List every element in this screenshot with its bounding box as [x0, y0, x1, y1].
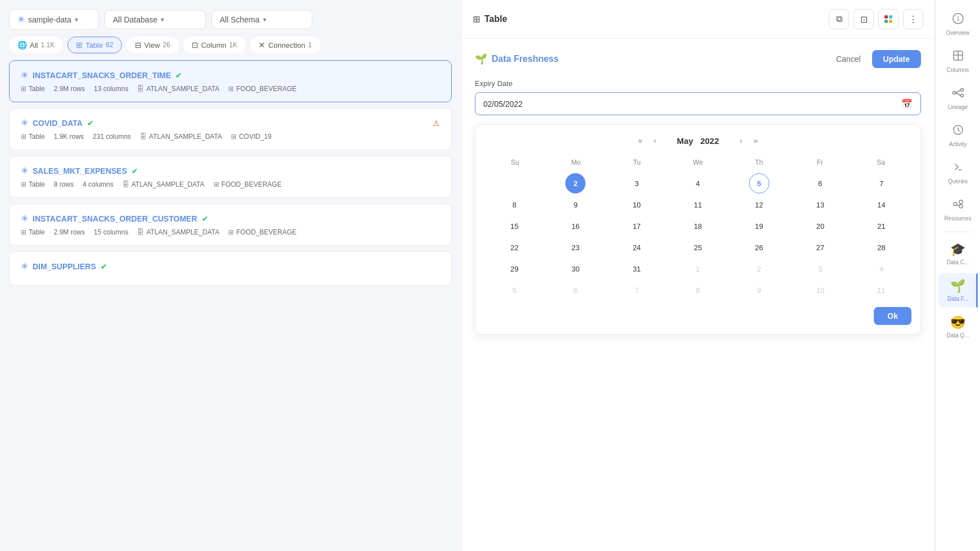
calendar-day-5[interactable]: 5 — [749, 173, 769, 193]
calendar-day-17[interactable]: 17 — [627, 216, 647, 236]
col-count: 231 columns — [93, 133, 131, 141]
calendar-day-30[interactable]: 30 — [565, 259, 586, 279]
snowflake-icon: ✳ — [17, 14, 25, 25]
next-next-month-button[interactable]: » — [750, 134, 761, 147]
cancel-button[interactable]: Cancel — [829, 51, 868, 67]
calendar-day-11[interactable]: 11 — [688, 195, 708, 215]
calendar-day-7[interactable]: 7 — [872, 173, 892, 193]
sidebar-item-data-f[interactable]: 🌱 Data F... — [938, 273, 978, 308]
sidebar-item-overview[interactable]: Overview — [938, 7, 978, 42]
svg-point-12 — [960, 94, 963, 97]
calendar-day-next-10[interactable]: 10 — [810, 280, 831, 300]
screen-share-button[interactable]: ⧉ — [829, 9, 849, 29]
activity-icon — [952, 124, 964, 139]
calendar-day-2[interactable]: 2 — [565, 173, 586, 193]
svg-rect-3 — [889, 20, 892, 23]
more-options-button[interactable]: ⋮ — [903, 9, 923, 29]
calendar-day-22[interactable]: 22 — [504, 237, 524, 258]
sidebar-item-data-q[interactable]: 😎 Data Q... — [938, 310, 978, 344]
calendar-day-next-5[interactable]: 5 — [504, 280, 524, 300]
sidebar-item-lineage[interactable]: Lineage — [938, 81, 978, 116]
expiry-date-field[interactable]: 📅 — [475, 92, 921, 115]
calendar-day-next-3[interactable]: 3 — [810, 259, 831, 279]
expiry-date-input[interactable] — [483, 100, 901, 109]
table-card[interactable]: ✳ DIM_SUPPLIERS ✔ — [9, 251, 452, 286]
calendar-day-12[interactable]: 12 — [749, 195, 769, 215]
calendar-day-8[interactable]: 8 — [504, 195, 524, 215]
tab-view[interactable]: ⊟ View 26 — [126, 37, 179, 53]
calendar-day-20[interactable]: 20 — [810, 216, 831, 236]
row-count: 8 rows — [54, 180, 74, 188]
ok-button[interactable]: Ok — [874, 307, 911, 325]
verified-icon: ✔ — [202, 214, 208, 223]
prev-prev-month-button[interactable]: « — [635, 134, 646, 147]
tab-view-label: View — [144, 41, 160, 49]
calendar-day-9[interactable]: 9 — [565, 195, 586, 215]
calendar-day-19[interactable]: 19 — [749, 216, 769, 236]
tab-connection-label: Connection — [268, 41, 305, 49]
calendar-day-15[interactable]: 15 — [504, 216, 524, 236]
preview-button[interactable]: ⊡ — [854, 9, 874, 29]
table-card[interactable]: ✳ SALES_MKT_EXPENSES ✔ ⊞ Table 8 rows 4 … — [9, 156, 452, 198]
verified-icon: ✔ — [87, 119, 94, 128]
database-dropdown[interactable]: All Database ▾ — [105, 10, 206, 29]
calendar-day-3[interactable]: 3 — [627, 173, 647, 193]
calendar-day-next-7[interactable]: 7 — [627, 280, 647, 300]
calendar-day-26[interactable]: 26 — [749, 237, 769, 258]
table-type: ⊞ Table — [21, 180, 45, 188]
table-icon: ⊞ — [76, 40, 83, 49]
next-month-button[interactable]: › — [736, 134, 746, 147]
sidebar-item-activity[interactable]: Activity — [938, 118, 978, 153]
calendar-day-4[interactable]: 4 — [688, 173, 708, 193]
slack-button[interactable] — [878, 9, 899, 29]
tab-table[interactable]: ⊞ Table 62 — [67, 37, 121, 53]
calendar-day-18[interactable]: 18 — [688, 216, 708, 236]
row-count: 2.9M rows — [54, 85, 85, 93]
tab-connection[interactable]: ✕ Connection 1 — [250, 37, 320, 53]
schema-dropdown[interactable]: All Schema ▾ — [211, 10, 312, 29]
sidebar-item-resources[interactable]: Resources — [938, 192, 978, 227]
tab-all[interactable]: 🌐 All 1.1K — [9, 37, 63, 53]
calendar-day-23[interactable]: 23 — [565, 237, 586, 258]
day-name-tu: Tu — [606, 156, 668, 169]
svg-point-19 — [959, 205, 963, 208]
calendar-day-31[interactable]: 31 — [627, 259, 647, 279]
calendar-day-next-6[interactable]: 6 — [565, 280, 586, 300]
calendar-day-next-8[interactable]: 8 — [688, 280, 708, 300]
table-name: DIM_SUPPLIERS — [33, 262, 96, 271]
calendar-day-25[interactable]: 25 — [688, 237, 708, 258]
header-actions: ⧉ ⊡ ⋮ — [829, 9, 923, 29]
calendar-day-10[interactable]: 10 — [627, 195, 647, 215]
calendar-day-next-9[interactable]: 9 — [749, 280, 769, 300]
calendar-day-6[interactable]: 6 — [810, 173, 831, 193]
update-button[interactable]: Update — [872, 50, 921, 68]
calendar-day-28[interactable]: 28 — [872, 237, 892, 258]
calendar-day-29[interactable]: 29 — [504, 259, 524, 279]
calendar-day-21[interactable]: 21 — [872, 216, 892, 236]
calendar-day-next-4[interactable]: 4 — [872, 259, 892, 279]
tab-column[interactable]: ⊡ Column 1K — [183, 37, 246, 53]
calendar-day-next-1[interactable]: 1 — [688, 259, 708, 279]
svg-point-18 — [959, 200, 963, 204]
sidebar-item-data-c[interactable]: 🎓 Data C... — [938, 237, 978, 271]
svg-point-11 — [960, 89, 963, 92]
table-card[interactable]: ✳ INSTACART_SNACKS_ORDER_TIME ✔ ⊞ Table … — [9, 60, 452, 102]
calendar-day-14[interactable]: 14 — [872, 195, 892, 215]
calendar-day-27[interactable]: 27 — [810, 237, 831, 258]
calendar-icon[interactable]: 📅 — [901, 98, 913, 109]
sidebar-item-queries[interactable]: Queries — [938, 155, 978, 190]
sidebar-item-columns[interactable]: Columns — [938, 44, 978, 79]
calendar-day-next-2[interactable]: 2 — [749, 259, 769, 279]
view-icon: ⊟ — [135, 40, 142, 49]
workspace-dropdown[interactable]: ✳ sample-data ▾ — [9, 9, 99, 30]
table-card[interactable]: ✳ INSTACART_SNACKS_ORDER_CUSTOMER ✔ ⊞ Ta… — [9, 204, 452, 246]
calendar-day-next-11[interactable]: 11 — [872, 280, 892, 300]
calendar-day-24[interactable]: 24 — [627, 237, 647, 258]
calendar-day-16[interactable]: 16 — [565, 216, 586, 236]
table-card[interactable]: ✳ COVID_DATA ✔ ⚠ ⊞ Table 1.9K rows 231 c… — [9, 108, 452, 150]
svg-rect-1 — [889, 15, 892, 19]
calendar-day-13[interactable]: 13 — [810, 195, 831, 215]
prev-month-button[interactable]: ‹ — [650, 134, 660, 147]
calendar-day[interactable] — [504, 173, 524, 193]
tab-all-label: All — [30, 41, 38, 49]
